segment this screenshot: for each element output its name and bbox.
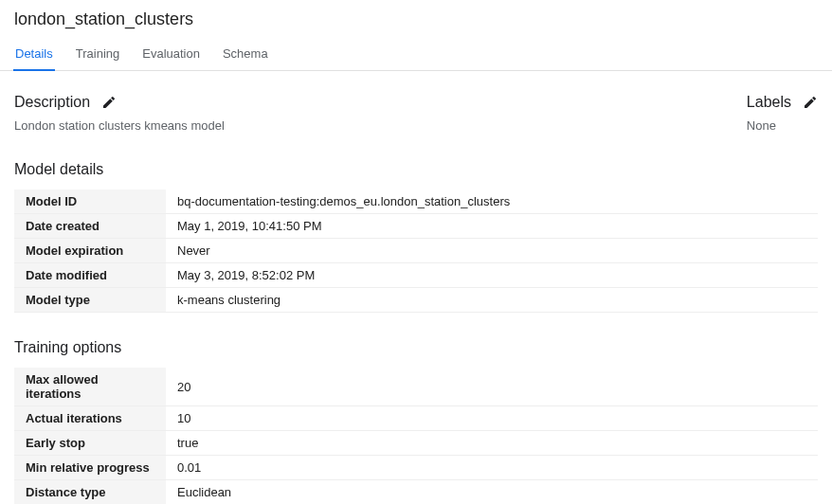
detail-value: May 1, 2019, 10:41:50 PM <box>166 214 818 239</box>
detail-value: bq-documentation-testing:demos_eu.london… <box>166 189 818 214</box>
description-heading-row: Description <box>14 94 225 111</box>
model-details-section: Model details Model IDbq-documentation-t… <box>14 161 818 313</box>
detail-key: Min relative progress <box>14 456 166 480</box>
training-options-section: Training options Max allowed iterations2… <box>14 339 818 504</box>
detail-value: true <box>166 431 818 456</box>
page-header: london_station_clusters <box>0 0 832 37</box>
labels-value: None <box>747 118 818 133</box>
meta-row: Description London station clusters kmea… <box>14 94 818 133</box>
content-area: Description London station clusters kmea… <box>0 71 832 504</box>
description-block: Description London station clusters kmea… <box>14 94 225 133</box>
pencil-icon[interactable] <box>101 95 117 110</box>
detail-key: Max allowed iterations <box>14 368 166 406</box>
detail-key: Date modified <box>14 263 166 288</box>
detail-value: 20 <box>166 368 818 406</box>
table-row: Model typek-means clustering <box>14 288 818 313</box>
table-row: Distance typeEuclidean <box>14 480 818 505</box>
tab-evaluation[interactable]: Evaluation <box>131 37 211 70</box>
detail-value: Never <box>166 239 818 263</box>
training-options-table: Max allowed iterations20Actual iteration… <box>14 368 818 504</box>
tab-training[interactable]: Training <box>64 37 131 70</box>
detail-value: 10 <box>166 406 818 431</box>
detail-key: Model ID <box>14 189 166 214</box>
training-options-heading: Training options <box>14 339 818 356</box>
table-row: Min relative progress0.01 <box>14 456 818 480</box>
description-heading: Description <box>14 94 90 111</box>
detail-value: Euclidean <box>166 480 818 505</box>
detail-value: 0.01 <box>166 456 818 480</box>
tab-bar: Details Training Evaluation Schema <box>0 37 832 71</box>
detail-key: Actual iterations <box>14 406 166 431</box>
table-row: Actual iterations10 <box>14 406 818 431</box>
table-row: Date createdMay 1, 2019, 10:41:50 PM <box>14 214 818 239</box>
table-row: Max allowed iterations20 <box>14 368 818 406</box>
labels-block: Labels None <box>747 94 818 133</box>
table-row: Date modifiedMay 3, 2019, 8:52:02 PM <box>14 263 818 288</box>
detail-key: Model type <box>14 288 166 313</box>
labels-heading: Labels <box>747 94 791 111</box>
detail-key: Distance type <box>14 480 166 505</box>
table-row: Model expirationNever <box>14 239 818 263</box>
detail-value: May 3, 2019, 8:52:02 PM <box>166 263 818 288</box>
detail-key: Date created <box>14 214 166 239</box>
description-value: London station clusters kmeans model <box>14 118 225 133</box>
model-details-heading: Model details <box>14 161 818 178</box>
table-row: Model IDbq-documentation-testing:demos_e… <box>14 189 818 214</box>
detail-value: k-means clustering <box>166 288 818 313</box>
detail-key: Model expiration <box>14 239 166 263</box>
detail-key: Early stop <box>14 431 166 456</box>
tab-schema[interactable]: Schema <box>211 37 280 70</box>
model-details-table: Model IDbq-documentation-testing:demos_e… <box>14 189 818 313</box>
labels-heading-row: Labels <box>747 94 818 111</box>
table-row: Early stoptrue <box>14 431 818 456</box>
tab-details[interactable]: Details <box>4 37 64 70</box>
pencil-icon[interactable] <box>803 95 818 110</box>
page-title: london_station_clusters <box>14 9 818 29</box>
